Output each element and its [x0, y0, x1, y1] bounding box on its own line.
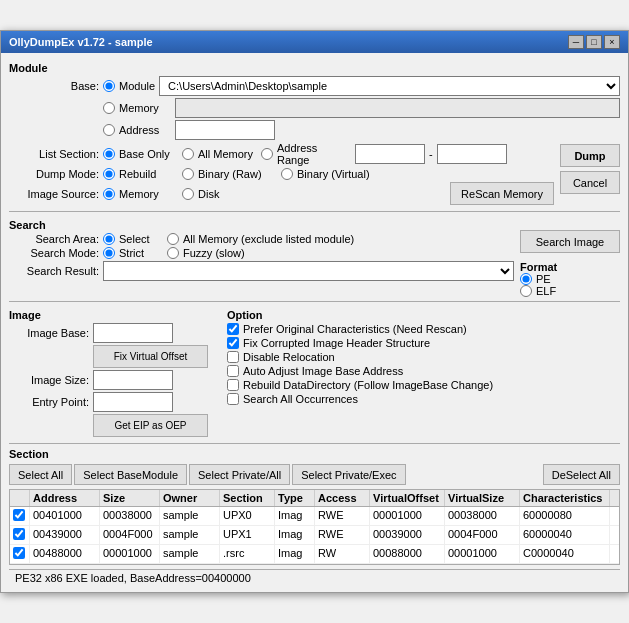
all-memory-excl-label[interactable]: All Memory (exclude listed module)	[167, 233, 354, 245]
binary-raw-label[interactable]: Binary (Raw)	[182, 168, 277, 180]
range-from-input[interactable]: 00400000	[355, 144, 425, 164]
address-radio[interactable]	[103, 124, 115, 136]
pe-radio-label[interactable]: PE	[520, 273, 557, 285]
select-radio[interactable]	[103, 233, 115, 245]
module-group-label: Module	[9, 62, 620, 74]
list-section-row: List Section: Base Only All Memory Addre…	[9, 142, 554, 166]
strict-radio[interactable]	[103, 247, 115, 259]
opt5-checkbox[interactable]	[227, 379, 239, 391]
format-label: Format	[520, 261, 557, 273]
range-to-input[interactable]: 03400000	[437, 144, 507, 164]
opt4-checkbox[interactable]	[227, 365, 239, 377]
entry-point-row: Entry Point: 00086970	[9, 392, 219, 412]
select-radio-label[interactable]: Select	[103, 233, 163, 245]
search-result-label: Search Result:	[9, 265, 99, 277]
image-size-input[interactable]: 00089000	[93, 370, 173, 390]
disk-radio[interactable]	[182, 188, 194, 200]
rebuild-text: Rebuild	[119, 168, 156, 180]
address-range-radio[interactable]	[261, 148, 273, 160]
elf-radio-label[interactable]: ELF	[520, 285, 557, 297]
search-area-row: Search Area: Select All Memory (exclude …	[9, 233, 514, 245]
entry-point-label: Entry Point:	[9, 396, 89, 408]
fuzzy-radio-label[interactable]: Fuzzy (slow)	[167, 247, 245, 259]
pe-radio[interactable]	[520, 273, 532, 285]
base-only-label[interactable]: Base Only	[103, 148, 178, 160]
select-private-exec-button[interactable]: Select Private/Exec	[292, 464, 405, 485]
range-dash: -	[429, 148, 433, 160]
section-table: Address Size Owner Section Type Access V…	[9, 489, 620, 565]
strict-radio-label[interactable]: Strict	[103, 247, 163, 259]
select-text: Select	[119, 233, 150, 245]
row1-address: 00401000	[30, 507, 100, 525]
disk-label[interactable]: Disk	[182, 188, 219, 200]
fuzzy-text: Fuzzy (slow)	[183, 247, 245, 259]
fuzzy-radio[interactable]	[167, 247, 179, 259]
memory-radio[interactable]	[103, 102, 115, 114]
close-button[interactable]: ×	[604, 35, 620, 49]
elf-radio[interactable]	[520, 285, 532, 297]
memory-source-radio[interactable]	[103, 188, 115, 200]
opt2-label: Fix Corrupted Image Header Structure	[243, 337, 430, 349]
minimize-button[interactable]: ─	[568, 35, 584, 49]
title-bar-controls: ─ □ ×	[568, 35, 620, 49]
row1-type: Imag	[275, 507, 315, 525]
fix-virtual-button[interactable]: Fix Virtual Offset	[93, 345, 208, 368]
select-all-button[interactable]: Select All	[9, 464, 72, 485]
address-radio-label[interactable]: Address	[103, 124, 171, 136]
search-section: Search Search Area: Select All Memory (e…	[9, 216, 620, 297]
module-radio-label[interactable]: Module	[103, 80, 155, 92]
select-basemodule-button[interactable]: Select BaseModule	[74, 464, 187, 485]
binary-virtual-label[interactable]: Binary (Virtual)	[281, 168, 370, 180]
search-image-button[interactable]: Search Image	[520, 230, 620, 253]
base-only-radio[interactable]	[103, 148, 115, 160]
address-value-input[interactable]: 00400000	[175, 120, 275, 140]
entry-point-input[interactable]: 00086970	[93, 392, 173, 412]
rebuild-label[interactable]: Rebuild	[103, 168, 178, 180]
all-memory-label[interactable]: All Memory	[182, 148, 257, 160]
table-row[interactable]: 00401000 00038000 sample UPX0 Imag RWE 0…	[10, 507, 619, 526]
table-row[interactable]: 00439000 0004F000 sample UPX1 Imag RWE 0…	[10, 526, 619, 545]
opt3-checkbox[interactable]	[227, 351, 239, 363]
table-header: Address Size Owner Section Type Access V…	[10, 490, 619, 507]
memory-value-input[interactable]: 00400000 (00001000) / Imag / R / sample …	[175, 98, 620, 118]
row3-access: RW	[315, 545, 370, 563]
disk-text: Disk	[198, 188, 219, 200]
option-group-label: Option	[227, 309, 620, 321]
memory-radio-label[interactable]: Memory	[103, 102, 171, 114]
memory-radio-text: Memory	[119, 102, 159, 114]
module-radio[interactable]	[103, 80, 115, 92]
image-base-input[interactable]: 00400000	[93, 323, 173, 343]
window-title: OllyDumpEx v1.72 - sample	[9, 36, 153, 48]
dump-button[interactable]: Dump	[560, 144, 620, 167]
rebuild-radio[interactable]	[103, 168, 115, 180]
search-result-select[interactable]	[103, 261, 514, 281]
status-text: PE32 x86 EXE loaded, BaseAddress=0040000…	[15, 572, 251, 584]
row1-check[interactable]	[10, 507, 30, 525]
row3-size: 00001000	[100, 545, 160, 563]
rescan-button[interactable]: ReScan Memory	[450, 182, 554, 205]
section-buttons: Select All Select BaseModule Select Priv…	[9, 464, 620, 485]
all-memory-radio[interactable]	[182, 148, 194, 160]
binary-raw-radio[interactable]	[182, 168, 194, 180]
deselect-all-button[interactable]: DeSelect All	[543, 464, 620, 485]
get-eip-button[interactable]: Get EIP as OEP	[93, 414, 208, 437]
select-private-all-button[interactable]: Select Private/All	[189, 464, 290, 485]
row3-owner: sample	[160, 545, 220, 563]
table-row[interactable]: 00488000 00001000 sample .rsrc Imag RW 0…	[10, 545, 619, 564]
address-range-label[interactable]: Address Range	[261, 142, 351, 166]
maximize-button[interactable]: □	[586, 35, 602, 49]
binary-virtual-radio[interactable]	[281, 168, 293, 180]
search-mode-label: Search Mode:	[9, 247, 99, 259]
th-size: Size	[100, 490, 160, 506]
opt2-checkbox[interactable]	[227, 337, 239, 349]
memory-source-label[interactable]: Memory	[103, 188, 178, 200]
row1-access: RWE	[315, 507, 370, 525]
row3-check[interactable]	[10, 545, 30, 563]
opt1-checkbox[interactable]	[227, 323, 239, 335]
opt6-checkbox[interactable]	[227, 393, 239, 405]
all-memory-excl-radio[interactable]	[167, 233, 179, 245]
module-path-select[interactable]: C:\Users\Admin\Desktop\sample	[159, 76, 620, 96]
row2-check[interactable]	[10, 526, 30, 544]
binary-raw-text: Binary (Raw)	[198, 168, 262, 180]
cancel-button[interactable]: Cancel	[560, 171, 620, 194]
